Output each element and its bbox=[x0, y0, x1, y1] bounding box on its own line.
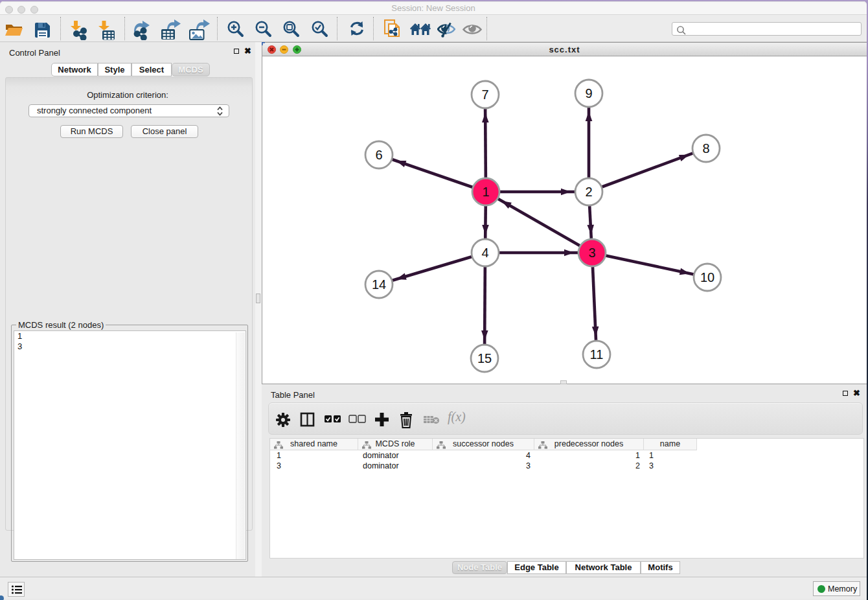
svg-text:15: 15 bbox=[477, 351, 492, 365]
svg-text:14: 14 bbox=[372, 277, 386, 292]
svg-text:7: 7 bbox=[481, 87, 488, 102]
svg-text:8: 8 bbox=[702, 141, 709, 156]
svg-text:1: 1 bbox=[482, 185, 489, 199]
svg-text:4: 4 bbox=[481, 246, 488, 260]
svg-text:11: 11 bbox=[590, 347, 604, 362]
svg-text:9: 9 bbox=[585, 86, 592, 100]
svg-text:10: 10 bbox=[700, 270, 714, 284]
svg-text:6: 6 bbox=[375, 148, 382, 162]
svg-text:3: 3 bbox=[588, 246, 595, 260]
svg-text:2: 2 bbox=[585, 185, 592, 199]
